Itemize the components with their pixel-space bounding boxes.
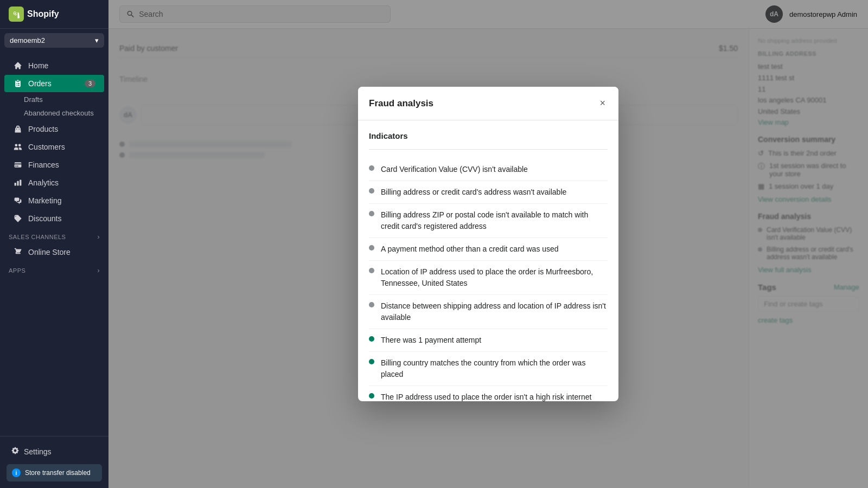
sidebar-header: Shopify bbox=[0, 0, 108, 29]
sidebar-nav: Home Orders 3 Drafts Abandoned checkouts… bbox=[0, 52, 108, 436]
store-transfer-banner[interactable]: i Store transfer disabled bbox=[7, 464, 102, 481]
sidebar-item-orders[interactable]: Orders 3 bbox=[4, 75, 104, 92]
indicator-text-1: Card Verification Value (CVV) isn't avai… bbox=[381, 164, 528, 175]
finances-icon bbox=[13, 160, 23, 170]
home-icon bbox=[13, 61, 23, 70]
indicator-text-4: A payment method other than a credit car… bbox=[381, 243, 559, 255]
indicator-text-9: The IP address used to place the order i… bbox=[381, 391, 608, 401]
customers-label: Customers bbox=[28, 143, 65, 151]
indicator-text-6: Distance between shipping address and lo… bbox=[381, 300, 608, 323]
analytics-icon bbox=[13, 178, 23, 188]
products-icon bbox=[13, 124, 23, 134]
indicator-item-2: Billing address or credit card's address… bbox=[369, 181, 608, 204]
indicator-item-3: Billing address ZIP or postal code isn't… bbox=[369, 204, 608, 238]
orders-label: Orders bbox=[28, 79, 52, 88]
sidebar-footer: Settings i Store transfer disabled bbox=[0, 436, 108, 488]
sidebar-item-drafts[interactable]: Drafts bbox=[0, 93, 108, 106]
modal-overlay[interactable]: Fraud analysis × Indicators Card Verifi bbox=[108, 0, 868, 488]
settings-label: Settings bbox=[24, 447, 52, 456]
shopify-logo: Shopify bbox=[9, 7, 59, 22]
expand-icon: › bbox=[98, 233, 100, 241]
sidebar-item-analytics[interactable]: Analytics bbox=[4, 174, 104, 191]
sales-channels-section: Sales channels › bbox=[0, 228, 108, 243]
indicator-text-3: Billing address ZIP or postal code isn't… bbox=[381, 209, 608, 232]
discounts-label: Discounts bbox=[28, 214, 61, 223]
discounts-icon bbox=[13, 214, 23, 223]
shopify-title: Shopify bbox=[27, 9, 59, 19]
indicators-list: Card Verification Value (CVV) isn't avai… bbox=[369, 158, 608, 401]
indicator-bullet-4 bbox=[369, 245, 374, 251]
orders-icon bbox=[13, 79, 23, 88]
main-content: dA demostorepwp Admin Paid by customer $… bbox=[108, 0, 868, 488]
indicator-text-8: Billing country matches the country from… bbox=[381, 357, 608, 380]
indicator-item-5: Location of IP address used to place the… bbox=[369, 261, 608, 295]
sidebar-item-online-store[interactable]: Online Store bbox=[4, 243, 104, 261]
modal-body: Indicators Card Verification Value (CVV)… bbox=[358, 120, 618, 401]
indicators-title: Indicators bbox=[369, 131, 608, 140]
indicator-text-2: Billing address or credit card's address… bbox=[381, 187, 566, 198]
indicator-item-8: Billing country matches the country from… bbox=[369, 352, 608, 386]
indicator-bullet-1 bbox=[369, 165, 374, 171]
indicator-text-5: Location of IP address used to place the… bbox=[381, 266, 608, 289]
indicator-item-1: Card Verification Value (CVV) isn't avai… bbox=[369, 158, 608, 181]
modal-close-button[interactable]: × bbox=[597, 95, 608, 111]
modal-title: Fraud analysis bbox=[369, 98, 433, 109]
sidebar-item-marketing[interactable]: Marketing bbox=[4, 192, 104, 209]
orders-badge: 3 bbox=[85, 80, 95, 87]
abandoned-checkouts-label: Abandoned checkouts bbox=[24, 109, 94, 117]
indicator-bullet-8 bbox=[369, 359, 374, 364]
drafts-label: Drafts bbox=[24, 95, 43, 104]
sales-channels-label: Sales channels bbox=[9, 234, 66, 240]
sidebar-item-discounts[interactable]: Discounts bbox=[4, 210, 104, 227]
indicator-bullet-3 bbox=[369, 211, 374, 216]
finances-label: Finances bbox=[28, 160, 59, 169]
store-selector[interactable]: demoemb2 ▾ bbox=[4, 33, 104, 48]
sidebar-item-products[interactable]: Products bbox=[4, 120, 104, 138]
indicator-item-4: A payment method other than a credit car… bbox=[369, 238, 608, 261]
shopify-logo-icon bbox=[9, 7, 24, 22]
indicator-item-7: There was 1 payment attempt bbox=[369, 329, 608, 352]
fraud-analysis-modal: Fraud analysis × Indicators Card Verifi bbox=[358, 87, 618, 401]
store-transfer-label: Store transfer disabled bbox=[25, 469, 91, 477]
online-store-icon bbox=[13, 247, 23, 257]
indicator-bullet-5 bbox=[369, 268, 374, 273]
indicator-text-7: There was 1 payment attempt bbox=[381, 335, 481, 346]
apps-section: Apps › bbox=[0, 261, 108, 277]
customers-icon bbox=[13, 142, 23, 152]
divider-1 bbox=[369, 149, 608, 150]
home-label: Home bbox=[28, 61, 48, 70]
sidebar-item-abandoned-checkouts[interactable]: Abandoned checkouts bbox=[0, 106, 108, 120]
indicator-bullet-2 bbox=[369, 188, 374, 194]
analytics-label: Analytics bbox=[28, 178, 59, 187]
indicator-item-9: The IP address used to place the order i… bbox=[369, 386, 608, 401]
online-store-label: Online Store bbox=[28, 248, 71, 256]
modal-header: Fraud analysis × bbox=[358, 87, 618, 120]
products-label: Products bbox=[28, 125, 58, 133]
marketing-label: Marketing bbox=[28, 196, 61, 205]
info-icon: i bbox=[12, 468, 21, 477]
sidebar-item-settings[interactable]: Settings bbox=[7, 443, 102, 460]
apps-expand-icon: › bbox=[98, 267, 100, 274]
marketing-icon bbox=[13, 196, 23, 206]
dropdown-arrow-icon: ▾ bbox=[95, 36, 99, 44]
sidebar: Shopify demoemb2 ▾ Home Orders 3 bbox=[0, 0, 108, 488]
indicator-item-6: Distance between shipping address and lo… bbox=[369, 295, 608, 329]
settings-icon bbox=[11, 446, 20, 457]
close-icon: × bbox=[599, 98, 605, 109]
sidebar-item-customers[interactable]: Customers bbox=[4, 138, 104, 156]
indicator-bullet-7 bbox=[369, 336, 374, 342]
sidebar-item-home[interactable]: Home bbox=[4, 57, 104, 74]
indicator-bullet-9 bbox=[369, 393, 374, 399]
sidebar-item-finances[interactable]: Finances bbox=[4, 156, 104, 174]
indicator-bullet-6 bbox=[369, 302, 374, 307]
store-name: demoemb2 bbox=[10, 36, 45, 44]
apps-label: Apps bbox=[9, 267, 25, 274]
